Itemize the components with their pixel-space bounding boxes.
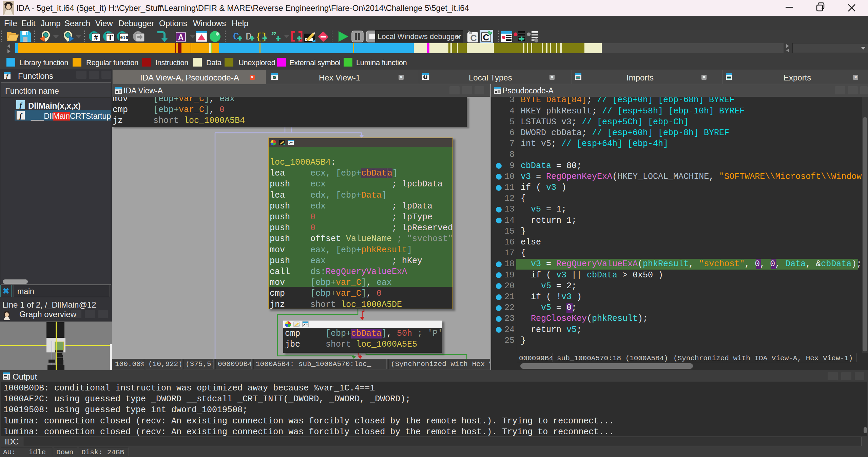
svg-text:C: C (483, 32, 489, 42)
svg-text:D: D (245, 31, 252, 43)
svg-text:#: # (94, 33, 98, 41)
svg-text:f: f (19, 101, 23, 109)
svg-text:”: ” (271, 31, 276, 40)
svg-text:{}: {} (257, 32, 267, 42)
svg-text:C: C (470, 33, 477, 43)
svg-text:f: f (19, 111, 23, 120)
svg-text:A: A (178, 33, 184, 42)
svg-text:C: C (233, 31, 239, 43)
svg-text:T: T (108, 33, 113, 42)
svg-text:010: 010 (120, 35, 128, 40)
